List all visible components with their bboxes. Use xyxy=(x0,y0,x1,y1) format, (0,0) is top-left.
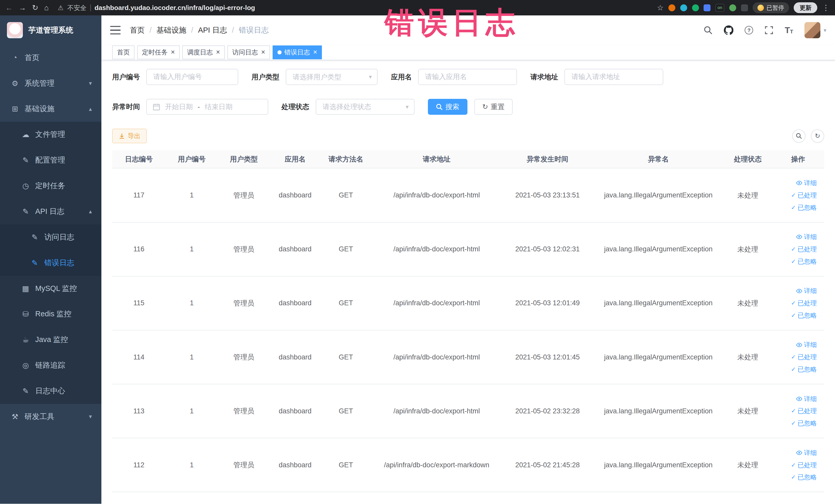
extension-icon-2[interactable] xyxy=(680,4,687,11)
exception-time-range-picker[interactable]: 开始日期 - 结束日期 xyxy=(146,99,268,115)
edit-icon: ✎ xyxy=(21,156,30,165)
bookmark-star-icon[interactable]: ☆ xyxy=(657,4,664,12)
sidebar-item-label: 基础设施 xyxy=(25,104,55,114)
search-button[interactable]: 搜索 xyxy=(428,99,467,115)
app-name-input[interactable] xyxy=(418,69,517,85)
sidebar-item-access-log[interactable]: ✎ 访问日志 xyxy=(0,224,101,250)
mark-processed-link[interactable]: ✓ 已处理 xyxy=(791,190,817,201)
detail-link[interactable]: 详细 xyxy=(796,285,817,296)
sidebar-item-home[interactable]: ◔ 首页 xyxy=(0,45,101,70)
toggle-search-button[interactable] xyxy=(792,129,806,143)
breadcrumb-api-log[interactable]: API 日志 xyxy=(198,25,227,36)
sidebar-item-infrastructure[interactable]: ⊞ 基础设施 ▴ xyxy=(0,96,101,122)
mark-ignored-link[interactable]: ✓ 已忽略 xyxy=(791,472,817,483)
mark-ignored-link[interactable]: ✓ 已忽略 xyxy=(791,256,817,267)
process-status-select[interactable]: 请选择处理状态 ▾ xyxy=(316,99,414,115)
sidebar-item-trace[interactable]: ◎ 链路追踪 xyxy=(0,352,101,378)
extension-on-badge[interactable]: on xyxy=(715,4,725,12)
detail-link[interactable]: 详细 xyxy=(796,447,817,458)
browser-menu-icon[interactable]: ⋮ xyxy=(822,4,830,12)
sidebar-item-label: MySQL 监控 xyxy=(35,283,77,294)
sidebar-item-mysql-monitor[interactable]: ▦ MySQL 监控 xyxy=(0,276,101,301)
user-avatar-menu[interactable]: ▾ xyxy=(805,22,826,38)
tab-label: 访问日志 xyxy=(232,48,258,57)
sidebar-item-config-management[interactable]: ✎ 配置管理 xyxy=(0,147,101,173)
sidebar-item-file-management[interactable]: ☁ 文件管理 xyxy=(0,122,101,147)
chevron-down-icon: ▾ xyxy=(406,103,408,110)
user-id-input[interactable] xyxy=(146,69,238,85)
extension-icon-7[interactable] xyxy=(741,4,748,11)
tab-error-log[interactable]: 错误日志 × xyxy=(272,45,322,59)
detail-link[interactable]: 详细 xyxy=(796,178,817,188)
address-bar[interactable]: ⚠ 不安全 dashboard.yudao.iocoder.cn/infra/l… xyxy=(58,4,255,12)
tab-access-log[interactable]: 访问日志 × xyxy=(227,45,270,59)
mark-processed-link[interactable]: ✓ 已处理 xyxy=(791,460,817,471)
search-icon[interactable] xyxy=(704,26,713,35)
fullscreen-icon[interactable] xyxy=(765,26,773,35)
user-type-select[interactable]: 请选择用户类型 ▾ xyxy=(286,69,378,85)
mark-ignored-link[interactable]: ✓ 已忽略 xyxy=(791,202,817,213)
column-header-app-name: 应用名 xyxy=(270,150,321,168)
detail-link[interactable]: 详细 xyxy=(796,339,817,350)
browser-back-icon[interactable]: ← xyxy=(5,4,13,12)
close-icon[interactable]: × xyxy=(313,49,317,56)
browser-update-button[interactable]: 更新 xyxy=(794,2,817,13)
check-icon: ✓ xyxy=(791,364,796,375)
app-logo[interactable]: 芋道管理系统 xyxy=(0,15,101,45)
sidebar-collapse-icon[interactable] xyxy=(110,26,121,35)
error-log-icon: ✎ xyxy=(30,259,39,267)
dashboard-icon: ◔ xyxy=(11,54,19,62)
font-size-icon[interactable]: TT xyxy=(785,26,793,35)
detail-link[interactable]: 详细 xyxy=(796,231,817,242)
request-url-input[interactable] xyxy=(565,69,663,85)
help-icon[interactable]: ? xyxy=(745,26,753,35)
browser-forward-icon[interactable]: → xyxy=(19,4,26,12)
sidebar-item-scheduled-jobs[interactable]: ◷ 定时任务 xyxy=(0,173,101,199)
mark-ignored-link[interactable]: ✓ 已忽略 xyxy=(791,418,817,429)
refresh-icon: ↻ xyxy=(482,103,488,111)
reset-button[interactable]: ↻ 重置 xyxy=(474,99,513,115)
infrastructure-icon: ⊞ xyxy=(11,104,19,113)
extension-icon-1[interactable] xyxy=(668,4,675,11)
mark-ignored-link[interactable]: ✓ 已忽略 xyxy=(791,364,817,375)
extension-icon-4[interactable] xyxy=(704,4,711,11)
cell-exception-name: java.lang.IllegalArgumentException xyxy=(593,330,724,384)
sidebar-item-dev-tools[interactable]: ⚒ 研发工具 ▾ xyxy=(0,404,101,429)
breadcrumb-infrastructure[interactable]: 基础设施 xyxy=(156,25,186,36)
sidebar-item-system-management[interactable]: ⚙ 系统管理 ▾ xyxy=(0,70,101,96)
error-log-table: 日志编号 用户编号 用户类型 应用名 请求方法名 请求地址 异常发生时间 异常名… xyxy=(112,150,824,492)
extension-icon-6[interactable] xyxy=(729,4,736,11)
detail-link[interactable]: 详细 xyxy=(796,394,817,404)
close-icon[interactable]: × xyxy=(171,49,175,56)
tab-home[interactable]: 首页 xyxy=(112,45,135,59)
github-icon[interactable] xyxy=(724,25,733,35)
refresh-table-button[interactable]: ↻ xyxy=(811,129,824,143)
tab-scheduled-jobs[interactable]: 定时任务 × xyxy=(137,45,180,59)
mark-processed-link[interactable]: ✓ 已处理 xyxy=(791,406,817,417)
export-button[interactable]: 导出 xyxy=(112,129,147,143)
sidebar-item-log-center[interactable]: ✎ 日志中心 xyxy=(0,378,101,404)
eye-icon xyxy=(796,396,802,402)
tab-schedule-log[interactable]: 调度日志 × xyxy=(182,45,225,59)
cell-exception-time: 2021-05-02 23:32:28 xyxy=(502,384,593,438)
table-row: 114 1 管理员 dashboard GET /api/infra/db-do… xyxy=(112,330,824,384)
mark-processed-link[interactable]: ✓ 已处理 xyxy=(791,244,817,255)
sidebar-item-api-log[interactable]: ✎ API 日志 ▴ xyxy=(0,199,101,224)
cell-user-type: 管理员 xyxy=(218,276,270,330)
sidebar-item-error-log[interactable]: ✎ 错误日志 xyxy=(0,250,101,276)
mark-processed-link[interactable]: ✓ 已处理 xyxy=(791,298,817,309)
breadcrumb-home[interactable]: 首页 xyxy=(130,25,145,36)
close-icon[interactable]: × xyxy=(261,49,265,56)
sidebar-item-redis-monitor[interactable]: ⛁ Redis 监控 xyxy=(0,301,101,327)
sidebar-item-java-monitor[interactable]: ☕ Java 监控 xyxy=(0,327,101,352)
mark-ignored-link[interactable]: ✓ 已忽略 xyxy=(791,310,817,321)
paused-badge[interactable]: 已暂停 xyxy=(753,2,789,13)
mark-processed-link[interactable]: ✓ 已处理 xyxy=(791,352,817,363)
cell-request-url: /api/infra/db-doc/export-html xyxy=(371,276,502,330)
extension-icon-3[interactable] xyxy=(692,4,699,11)
sidebar-item-label: 研发工具 xyxy=(25,411,55,422)
browser-home-icon[interactable]: ⌂ xyxy=(44,4,49,12)
browser-reload-icon[interactable]: ↻ xyxy=(32,4,38,12)
close-icon[interactable]: × xyxy=(216,49,220,56)
not-secure-warning-icon: ⚠ xyxy=(58,4,63,12)
